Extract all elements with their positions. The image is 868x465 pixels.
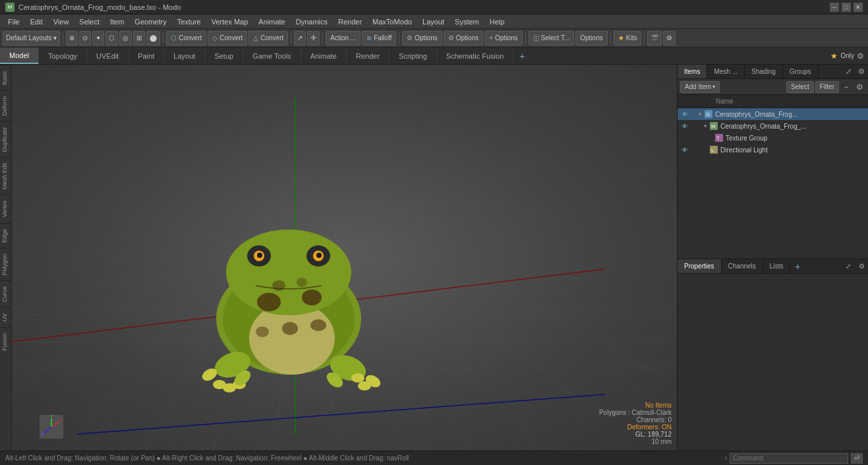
sidebar-tab-edge[interactable]: Edge: [0, 223, 11, 248]
menu-edit[interactable]: Edit: [25, 15, 48, 29]
close-button[interactable]: ✕: [854, 3, 863, 12]
menu-help[interactable]: Help: [484, 15, 510, 29]
execute-command-button[interactable]: ⏎: [851, 453, 863, 464]
menu-view[interactable]: View: [48, 15, 74, 29]
app-icon: M: [5, 3, 14, 12]
add-tab-button[interactable]: +: [790, 259, 805, 273]
mode-tab-setup[interactable]: Setup: [205, 47, 243, 64]
settings-icon[interactable]: ⚙: [857, 51, 864, 61]
select-button[interactable]: Select: [786, 81, 814, 93]
mode-tab-gametools[interactable]: Game Tools: [243, 47, 301, 64]
tab-shading[interactable]: Shading: [745, 65, 783, 78]
options-button-3[interactable]: + Options: [484, 31, 522, 46]
arrow-icon[interactable]: ↗: [294, 31, 306, 46]
menu-animate[interactable]: Animate: [253, 15, 290, 29]
menu-layout[interactable]: Layout: [417, 15, 449, 29]
toolbar-icon-1[interactable]: ⊕: [66, 31, 78, 46]
falloff-button[interactable]: ≋ Falloff: [362, 31, 396, 46]
svg-point-30: [282, 322, 298, 335]
sidebar-tab-polygon[interactable]: Polygon: [0, 248, 11, 281]
render-icon[interactable]: 🎬: [647, 31, 662, 46]
sidebar-tab-uv[interactable]: UV: [0, 307, 11, 327]
toolbar-icon-3[interactable]: ✦: [92, 31, 104, 46]
viewport-area[interactable]: Perspective Advanced Viewport Textures ⊞…: [12, 65, 677, 450]
sidebar-tab-basic[interactable]: Basic: [0, 65, 11, 90]
action-button[interactable]: Action ...: [326, 31, 361, 46]
menu-item[interactable]: Item: [105, 15, 129, 29]
sidebar-tab-vertex[interactable]: Vertex: [0, 195, 11, 223]
sidebar-tab-fusion[interactable]: Fusion: [0, 327, 11, 356]
menu-system[interactable]: System: [449, 15, 484, 29]
toolbar-icon-5[interactable]: ◎: [119, 31, 132, 46]
sidebar-tab-deform[interactable]: Deform: [0, 90, 11, 121]
mode-tab-model[interactable]: Model: [0, 47, 39, 64]
toolbar-icon-6[interactable]: ⊞: [133, 31, 145, 46]
tab-properties[interactable]: Properties: [678, 259, 722, 273]
mode-tab-scripting[interactable]: Scripting: [390, 47, 437, 64]
tab-items[interactable]: Items: [678, 65, 707, 78]
item-row[interactable]: 👁 ▾ G Ceratophrys_Ornata_Frog...: [678, 108, 868, 120]
menu-render[interactable]: Render: [333, 15, 367, 29]
items-settings-icon[interactable]: ⚙: [854, 81, 865, 93]
svg-point-21: [226, 230, 351, 315]
toolbar-icon-4[interactable]: ⬡: [105, 31, 118, 46]
viewport-3d[interactable]: .grid-line { stroke: #5a5a5a; stroke-wid…: [12, 65, 677, 450]
item-visibility-icon[interactable]: 👁: [679, 144, 691, 156]
menu-geometry[interactable]: Geometry: [129, 15, 171, 29]
menu-select[interactable]: Select: [74, 15, 105, 29]
toolbar-icon-2[interactable]: ⊙: [79, 31, 91, 46]
item-row[interactable]: 👁 ▸ L Directional Light: [678, 144, 868, 156]
props-settings-icon[interactable]: ⚙: [855, 259, 868, 274]
mode-tab-render[interactable]: Render: [347, 47, 390, 64]
options-button-2[interactable]: ⚙ Options: [444, 31, 483, 46]
add-item-button[interactable]: Add Item ▾: [680, 81, 720, 93]
panel-expand-icon[interactable]: ⤢: [842, 65, 855, 79]
props-expand-icon[interactable]: ⤢: [842, 259, 855, 274]
item-row[interactable]: 👁 ▸ T Texture Group: [678, 132, 868, 144]
move-icon[interactable]: ✛: [307, 31, 320, 46]
sidebar-tab-mesh-edit[interactable]: Mesh Edit: [0, 157, 11, 195]
tab-channels[interactable]: Channels: [722, 259, 763, 273]
convert-button-2[interactable]: ◇ Convert: [208, 31, 247, 46]
add-mode-button[interactable]: +: [513, 47, 531, 64]
select-t-button[interactable]: ◫ Select T...: [529, 31, 575, 46]
menu-file[interactable]: File: [3, 15, 25, 29]
tab-groups[interactable]: Groups: [783, 65, 819, 78]
kits-button[interactable]: ★ Kits: [614, 31, 642, 46]
item-visibility-icon[interactable]: 👁: [679, 120, 691, 132]
star-icon: ★: [830, 51, 838, 61]
item-visibility-icon[interactable]: 👁: [679, 108, 691, 120]
convert-button-3[interactable]: △ Convert: [248, 31, 288, 46]
tab-lists[interactable]: Lists: [763, 259, 791, 273]
mode-tab-topology[interactable]: Topology: [39, 47, 87, 64]
item-expand-icon[interactable]: ▾: [696, 108, 704, 120]
sidebar-tab-duplicate[interactable]: Duplicate: [0, 121, 11, 158]
tab-mesh[interactable]: Mesh ...: [707, 65, 745, 78]
convert-button-1[interactable]: ⬡ Convert: [166, 31, 206, 46]
filter-button[interactable]: Filter: [815, 81, 839, 93]
mode-tab-paint[interactable]: Paint: [129, 47, 164, 64]
menu-vertex-map[interactable]: Vertex Map: [206, 15, 254, 29]
layout-dropdown[interactable]: Default Layouts ▾: [3, 31, 60, 46]
menu-dynamics[interactable]: Dynamics: [291, 15, 333, 29]
command-input[interactable]: [730, 453, 848, 464]
mode-tab-uvedit[interactable]: UVEdit: [87, 47, 129, 64]
options-button-1[interactable]: ⚙ Options: [402, 31, 442, 46]
items-minus-icon[interactable]: −: [840, 81, 852, 93]
item-row[interactable]: 👁 ▾ M Ceratophrys_Ornata_Frog_...: [678, 120, 868, 132]
menu-texture[interactable]: Texture: [172, 15, 206, 29]
menu-maxtomodo[interactable]: MaxToModo: [367, 15, 417, 29]
item-expand-icon[interactable]: ▾: [701, 120, 709, 132]
maximize-button[interactable]: □: [842, 3, 851, 12]
options-options-button[interactable]: Options: [575, 31, 607, 46]
item-expand-icon: ▸: [707, 132, 714, 144]
mode-tab-animate[interactable]: Animate: [301, 47, 347, 64]
mode-tab-layout[interactable]: Layout: [164, 47, 205, 64]
minimize-button[interactable]: ─: [830, 3, 839, 12]
mode-tab-schematic[interactable]: Schematic Fusion: [437, 47, 513, 64]
panel-settings-icon[interactable]: ⚙: [855, 65, 868, 79]
toolbar-icon-7[interactable]: ⬤: [146, 31, 160, 46]
sidebar-tab-curve[interactable]: Curve: [0, 280, 11, 307]
settings-icon[interactable]: ⚙: [663, 31, 676, 46]
window-controls[interactable]: ─ □ ✕: [830, 3, 863, 12]
